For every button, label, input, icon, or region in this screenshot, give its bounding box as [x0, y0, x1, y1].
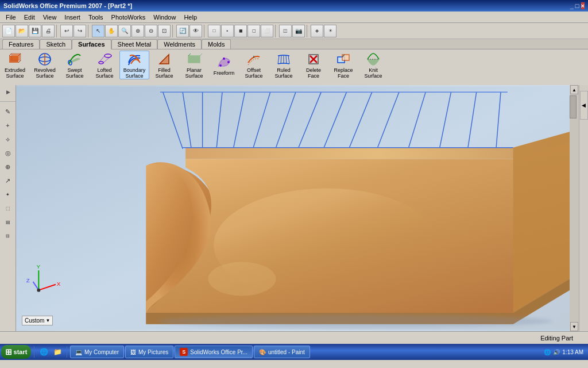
- svg-line-4: [18, 60, 21, 63]
- zoom-button[interactable]: 🔍: [118, 25, 131, 37]
- taskbar-solidworks[interactable]: S SolidWorks Office Pr...: [175, 346, 253, 358]
- display-style4[interactable]: ◻: [247, 25, 260, 37]
- sketch-tool-6[interactable]: ↗: [2, 174, 14, 187]
- planar-surface-button[interactable]: PlanarSurface: [179, 51, 209, 79]
- select-button[interactable]: ↖: [92, 25, 105, 37]
- zoom-out[interactable]: ⊖: [145, 25, 157, 37]
- lofted-surface-label: LoftedSurface: [95, 68, 113, 79]
- view-dropdown[interactable]: Custom ▼: [22, 316, 53, 325]
- sketch-tool-4[interactable]: ◎: [2, 147, 14, 159]
- open-button[interactable]: 📂: [16, 25, 28, 37]
- tab-surfaces[interactable]: Surfaces: [72, 39, 111, 49]
- menu-tools[interactable]: Tools: [85, 13, 107, 21]
- offset-surface-icon: [246, 51, 262, 67]
- close-button[interactable]: ×: [581, 2, 585, 9]
- boundary-surface-button[interactable]: BoundarySurface: [119, 51, 149, 79]
- system-tray: 🌐 🔊 1:13 AM: [540, 349, 587, 355]
- lofted-surface-icon: [96, 51, 113, 67]
- taskbar-my-computer[interactable]: 💻 My Computer: [70, 346, 124, 358]
- shadows[interactable]: ☀: [324, 25, 336, 37]
- tab-sketch[interactable]: Sketch: [40, 39, 72, 49]
- feature-manager-tab[interactable]: ▶: [2, 86, 14, 98]
- ribbon-toolbar: ExtrudedSurface RevolvedSurface SweptSur…: [0, 49, 588, 85]
- menu-insert[interactable]: Insert: [61, 13, 84, 21]
- menu-edit[interactable]: Edit: [21, 13, 38, 21]
- scroll-up-arrow[interactable]: ▲: [570, 85, 578, 94]
- tab-molds[interactable]: Molds: [202, 39, 231, 49]
- extruded-surface-button[interactable]: ExtrudedSurface: [0, 51, 30, 79]
- replace-face-button[interactable]: ReplaceFace: [328, 51, 358, 79]
- menu-view[interactable]: View: [40, 13, 60, 21]
- tab-features[interactable]: Features: [2, 39, 40, 49]
- redo-button[interactable]: ↪: [74, 25, 86, 37]
- section-view[interactable]: ◫: [279, 25, 292, 37]
- swept-surface-button[interactable]: SweptSurface: [60, 51, 90, 79]
- undo-button[interactable]: ↩: [60, 25, 73, 37]
- sketch-tool-1[interactable]: ✎: [2, 105, 14, 118]
- start-icon: ⊞: [5, 347, 12, 356]
- my-computer-icon: 💻: [75, 349, 82, 355]
- lofted-surface-button[interactable]: LoftedSurface: [90, 51, 119, 79]
- freeform-button[interactable]: Freeform: [209, 51, 239, 79]
- print-button[interactable]: 🖨: [42, 25, 55, 37]
- paint-label: untitled - Paint: [268, 349, 305, 355]
- sketch-tool-7[interactable]: ✦: [2, 188, 14, 201]
- new-button[interactable]: 📄: [2, 25, 15, 37]
- tray-time: 1:13 AM: [562, 349, 583, 355]
- maximize-button[interactable]: □: [575, 2, 579, 9]
- quick-launch-ie[interactable]: 🌐: [37, 346, 50, 358]
- menu-file[interactable]: File: [2, 13, 20, 21]
- taskbar-my-pictures[interactable]: 🖼 My Pictures: [125, 346, 173, 358]
- quick-launch-explorer[interactable]: 📁: [51, 346, 64, 358]
- zoom-in[interactable]: ⊕: [131, 25, 144, 37]
- sketch-tool-10[interactable]: ⊟: [2, 229, 14, 242]
- zoom-fit[interactable]: ⊡: [158, 25, 171, 37]
- sep1: [56, 25, 59, 37]
- taskbar-paint[interactable]: 🎨 untitled - Paint: [254, 346, 310, 358]
- tab-weldments[interactable]: Weldments: [157, 39, 202, 49]
- knit-surface-button[interactable]: KnitSurface: [358, 51, 388, 79]
- sketch-tool-8[interactable]: ⬚: [2, 202, 14, 214]
- ruled-surface-button[interactable]: RuledSurface: [269, 51, 299, 79]
- svg-point-60: [37, 289, 40, 292]
- minimize-button[interactable]: _: [570, 2, 574, 9]
- menu-window[interactable]: Window: [150, 13, 179, 21]
- view-dropdown-arrow[interactable]: ▼: [45, 318, 50, 323]
- start-button[interactable]: ⊞ start: [1, 345, 31, 359]
- sep2: [88, 25, 90, 37]
- right-panel-tab[interactable]: ◀: [580, 91, 588, 120]
- sketch-tool-2[interactable]: +: [2, 119, 14, 132]
- filled-surface-label: FilledSurface: [155, 68, 173, 79]
- filled-surface-button[interactable]: FilledSurface: [149, 51, 179, 79]
- offset-surface-button[interactable]: OffsetSurface: [239, 51, 269, 79]
- boundary-surface-icon: [126, 51, 142, 67]
- realview[interactable]: ◈: [311, 25, 323, 37]
- menu-photoworks[interactable]: PhotoWorks: [108, 13, 149, 21]
- menu-help[interactable]: Help: [180, 13, 200, 21]
- display-style3[interactable]: ◼: [234, 25, 247, 37]
- sep6: [307, 25, 309, 37]
- revolved-surface-button[interactable]: RevolvedSurface: [30, 51, 60, 79]
- solidworks-label: SolidWorks Office Pr...: [190, 349, 247, 355]
- status-right: Editing Part: [540, 335, 573, 342]
- pan-button[interactable]: ✋: [105, 25, 118, 37]
- filled-surface-icon: [156, 51, 172, 67]
- viewport[interactable]: X Y Z Custom ▼: [16, 85, 570, 331]
- ruled-surface-label: RuledSurface: [274, 68, 292, 79]
- rotate-button[interactable]: 🔄: [176, 25, 189, 37]
- tab-sheet-metal[interactable]: Sheet Metal: [111, 39, 158, 49]
- view-button[interactable]: 👁: [189, 25, 202, 37]
- camera-view[interactable]: 📷: [292, 25, 305, 37]
- sketch-tool-9[interactable]: ▤: [2, 216, 14, 228]
- sketch-tool-5[interactable]: ⊕: [2, 160, 14, 173]
- display-style5[interactable]: ⬜: [261, 25, 273, 37]
- vertical-scrollbar[interactable]: ▲ ▼: [570, 85, 579, 331]
- scroll-down-arrow[interactable]: ▼: [570, 322, 578, 331]
- display-style2[interactable]: ▪: [221, 25, 234, 37]
- svg-line-2: [9, 53, 11, 56]
- delete-face-button[interactable]: DeleteFace: [299, 51, 328, 79]
- sketch-tool-3[interactable]: ⟡: [2, 133, 14, 145]
- display-style[interactable]: □: [208, 25, 220, 37]
- scroll-thumb[interactable]: [570, 95, 577, 118]
- save-button[interactable]: 💾: [29, 25, 41, 37]
